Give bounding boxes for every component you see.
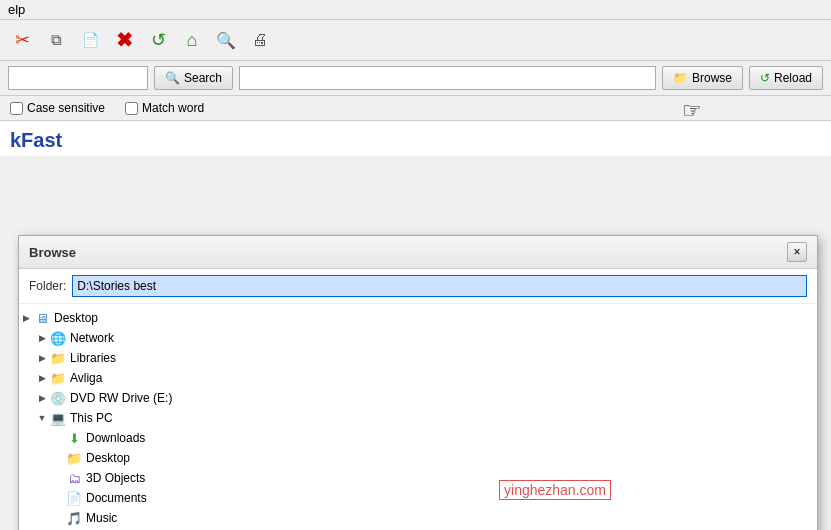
tree-label-libraries: Libraries (70, 351, 116, 365)
tree-item-dvd[interactable]: ▶💿DVD RW Drive (E:) (19, 388, 817, 408)
tree-item-libraries[interactable]: ▶📁Libraries (19, 348, 817, 368)
tree-label-documents: Documents (86, 491, 147, 505)
tree-item-downloads[interactable]: ⬇Downloads (19, 428, 817, 448)
menu-bar: elp (0, 0, 831, 20)
tree-label-dvd: DVD RW Drive (E:) (70, 391, 172, 405)
copy-icon: ⧉ (51, 31, 62, 49)
tree-expander-dvd[interactable]: ▶ (35, 391, 49, 405)
search-icon-toolbar: 🔍 (216, 31, 236, 50)
delete-button[interactable]: ✖ (108, 24, 140, 56)
tree-icon-3dobjects: 🗂 (65, 470, 83, 486)
reload-button[interactable]: ↺ Reload (749, 66, 823, 90)
tree-label-3dobjects: 3D Objects (86, 471, 145, 485)
paste-icon: 📄 (82, 32, 99, 48)
tree-label-desktop2: Desktop (86, 451, 130, 465)
search-icon-btn: 🔍 (165, 71, 180, 85)
tree-label-downloads: Downloads (86, 431, 145, 445)
search-input-small[interactable] (8, 66, 148, 90)
match-word-option[interactable]: Match word (125, 101, 204, 115)
tree-no-expander (51, 431, 65, 445)
tree-icon-documents: 📄 (65, 490, 83, 506)
tree-icon-desktop2: 📁 (65, 450, 83, 466)
cut-icon: ✂ (15, 29, 30, 51)
dialog-title: Browse (29, 245, 76, 260)
tree-expander-thispc[interactable]: ▼ (35, 411, 49, 425)
tree-label-thispc: This PC (70, 411, 113, 425)
tree-expander-avliga[interactable]: ▶ (35, 371, 49, 385)
print-button[interactable]: 🖨 (244, 24, 276, 56)
options-bar: Case sensitive Match word (0, 96, 831, 121)
reload-icon: ↺ (760, 71, 770, 85)
dialog-folder-row: Folder: (19, 269, 817, 304)
tree-item-3dobjects[interactable]: 🗂3D Objects (19, 468, 817, 488)
tree-icon-avliga: 📁 (49, 370, 67, 386)
dialog-titlebar: Browse × (19, 236, 817, 269)
tree-icon-downloads: ⬇ (65, 430, 83, 446)
tree-item-network[interactable]: ▶🌐Network (19, 328, 817, 348)
tree-no-expander (51, 491, 65, 505)
copy-button[interactable]: ⧉ (40, 24, 72, 56)
refresh-icon: ↺ (151, 29, 166, 51)
paste-button[interactable]: 📄 (74, 24, 106, 56)
match-word-label: Match word (142, 101, 204, 115)
search-button-toolbar[interactable]: 🔍 (210, 24, 242, 56)
search-button-label: Search (184, 71, 222, 85)
toolbar: ✂ ⧉ 📄 ✖ ↺ ⌂ 🔍 🖨 (0, 20, 831, 61)
case-sensitive-label: Case sensitive (27, 101, 105, 115)
tree-icon-desktop: 🖥 (33, 310, 51, 326)
address-input[interactable] (239, 66, 656, 90)
app-title: kFast (10, 129, 62, 151)
tree-item-desktop2[interactable]: 📁Desktop (19, 448, 817, 468)
case-sensitive-option[interactable]: Case sensitive (10, 101, 105, 115)
case-sensitive-checkbox[interactable] (10, 102, 23, 115)
tree-item-documents[interactable]: 📄Documents (19, 488, 817, 508)
home-button[interactable]: ⌂ (176, 24, 208, 56)
tree-label-avliga: Avliga (70, 371, 102, 385)
tree-item-avliga[interactable]: ▶📁Avliga (19, 368, 817, 388)
browse-icon: 📁 (673, 71, 688, 85)
tree-no-expander (51, 471, 65, 485)
menu-help[interactable]: elp (8, 2, 25, 17)
home-icon: ⌂ (187, 30, 198, 51)
browse-button[interactable]: 📁 Browse (662, 66, 743, 90)
match-word-checkbox[interactable] (125, 102, 138, 115)
dialog-tree[interactable]: ▶🖥Desktop▶🌐Network▶📁Libraries▶📁Avliga▶💿D… (19, 304, 817, 530)
folder-input[interactable] (72, 275, 807, 297)
tree-no-expander (51, 511, 65, 525)
tree-expander-libraries[interactable]: ▶ (35, 351, 49, 365)
browse-dialog: Browse × Folder: ▶🖥Desktop▶🌐Network▶📁Lib… (18, 235, 818, 530)
tree-item-music[interactable]: 🎵Music (19, 508, 817, 528)
tree-icon-libraries: 📁 (49, 350, 67, 366)
search-button[interactable]: 🔍 Search (154, 66, 233, 90)
refresh-button[interactable]: ↺ (142, 24, 174, 56)
tree-icon-dvd: 💿 (49, 390, 67, 406)
dialog-close-button[interactable]: × (787, 242, 807, 262)
tree-expander-desktop[interactable]: ▶ (19, 311, 33, 325)
cut-button[interactable]: ✂ (6, 24, 38, 56)
tree-expander-network[interactable]: ▶ (35, 331, 49, 345)
tree-item-thispc[interactable]: ▼💻This PC (19, 408, 817, 428)
app-title-area: kFast (0, 121, 831, 156)
tree-label-desktop: Desktop (54, 311, 98, 325)
tree-label-music: Music (86, 511, 117, 525)
reload-button-label: Reload (774, 71, 812, 85)
tree-item-desktop[interactable]: ▶🖥Desktop (19, 308, 817, 328)
tree-icon-thispc: 💻 (49, 410, 67, 426)
search-bar: 🔍 Search 📁 Browse ↺ Reload (0, 61, 831, 96)
tree-icon-music: 🎵 (65, 510, 83, 526)
delete-icon: ✖ (116, 28, 133, 52)
tree-label-network: Network (70, 331, 114, 345)
tree-no-expander (51, 451, 65, 465)
folder-label: Folder: (29, 279, 66, 293)
print-icon: 🖨 (252, 31, 268, 49)
tree-icon-network: 🌐 (49, 330, 67, 346)
browse-button-label: Browse (692, 71, 732, 85)
